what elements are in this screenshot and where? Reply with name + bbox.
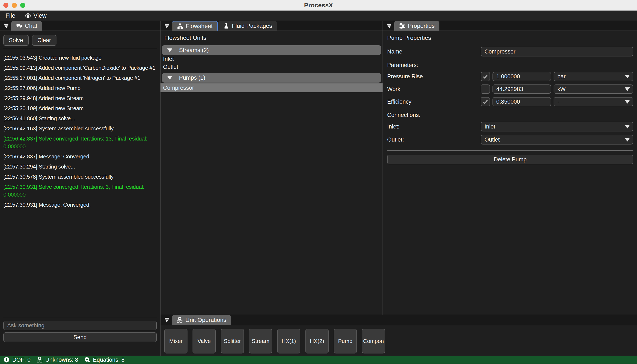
component-button[interactable]: Compon	[362, 328, 385, 354]
delete-pump-button[interactable]: Delete Pump	[387, 154, 633, 164]
menu-file[interactable]: File	[6, 12, 16, 19]
check-icon	[482, 73, 488, 80]
efficiency-row: Efficiency -	[387, 97, 633, 106]
inlet-label: Inlet:	[387, 124, 481, 130]
chat-message: [22:57:30.931] Message: Converged.	[3, 201, 157, 209]
chat-message: [22:55:30.109] Added new Stream	[3, 104, 157, 112]
chat-panel: Chat Solve Clear [22:55:03.543] Created …	[0, 21, 160, 356]
inlet-value: Inlet	[484, 124, 625, 130]
triangle-down-icon	[167, 48, 172, 52]
tab-fluid-packages[interactable]: Fluid Packages	[218, 21, 277, 30]
chat-message: [22:56:41.860] Starting solve...	[3, 114, 157, 122]
chat-footer-separator	[3, 317, 157, 317]
tree-item-compressor[interactable]: Compressor	[160, 84, 382, 92]
main-area: Chat Solve Clear [22:55:03.543] Created …	[0, 21, 637, 356]
collapse-icon	[164, 317, 170, 323]
efficiency-input[interactable]	[492, 97, 551, 106]
collapse-icon	[4, 23, 9, 29]
outlet-dropdown[interactable]: Outlet	[481, 135, 633, 144]
tree-item-inlet[interactable]: Inlet	[160, 55, 382, 63]
dof-status: DOF: 0	[3, 357, 30, 363]
pressure-rise-input[interactable]	[492, 72, 551, 81]
panels-row: Flowsheet Fluid Packages Flowsheet Units	[160, 21, 637, 315]
unknowns-text: Unknowns: 8	[45, 357, 78, 363]
chevron-down-icon	[625, 100, 630, 104]
unit-operations-panel: Unit Operations Mixer Valve Splitter Str…	[160, 315, 637, 356]
delete-separator	[387, 150, 633, 151]
tab-unit-operations[interactable]: Unit Operations	[172, 315, 231, 324]
unit-operations-tabbar: Unit Operations	[160, 315, 637, 325]
efficiency-checkbox[interactable]	[481, 97, 490, 106]
hx2-button[interactable]: HX(2)	[306, 328, 328, 354]
dof-text: DOF: 0	[12, 357, 30, 363]
send-button[interactable]: Send	[3, 332, 157, 342]
close-window-button[interactable]	[3, 3, 8, 8]
window-title: ProcessX	[0, 2, 637, 9]
solve-button[interactable]: Solve	[3, 35, 29, 46]
hx1-button[interactable]: HX(1)	[277, 328, 300, 354]
equations-status: Equations: 8	[84, 357, 124, 363]
tab-fluid-packages-label: Fluid Packages	[232, 22, 272, 29]
chat-message: [22:55:27.006] Added new Pump	[3, 84, 157, 92]
work-unit-dropdown[interactable]: kW	[554, 84, 633, 94]
title-bar: ProcessX	[0, 0, 637, 10]
flowsheet-heading: Flowsheet Units	[160, 31, 382, 43]
flowsheet-panel: Flowsheet Fluid Packages Flowsheet Units	[160, 21, 382, 315]
name-label: Name	[387, 48, 481, 55]
chat-toolbar: Solve Clear	[3, 31, 157, 46]
chat-message: [22:56:42.163] System assembled successf…	[3, 125, 157, 132]
parameters-label: Parameters:	[387, 62, 633, 68]
pumps-section-header[interactable]: Pumps (1)	[162, 73, 381, 82]
pressure-rise-unit-dropdown[interactable]: bar	[554, 72, 633, 81]
chat-tabbar: Chat	[0, 21, 160, 31]
work-input[interactable]	[492, 84, 551, 94]
chat-message: [22:57:30.578] System assembled successf…	[3, 173, 157, 181]
gears-icon	[84, 357, 90, 363]
minimize-window-button[interactable]	[12, 3, 17, 8]
mixer-button[interactable]: Mixer	[164, 328, 188, 354]
tab-properties[interactable]: Properties	[394, 21, 440, 30]
chat-log[interactable]: [22:55:03.543] Created new fluid package…	[3, 51, 157, 315]
chat-message: [22:55:17.001] Added component 'Nitrogen…	[3, 74, 157, 82]
properties-window-menu-button[interactable]	[384, 21, 394, 30]
unit-operations-window-menu-button[interactable]	[162, 315, 172, 324]
tab-chat[interactable]: Chat	[12, 21, 42, 30]
flowsheet-tabbar: Flowsheet Fluid Packages	[160, 21, 382, 31]
app-window: ProcessX File View	[0, 0, 637, 364]
streams-section-header[interactable]: Streams (2)	[162, 45, 381, 55]
tab-flowsheet[interactable]: Flowsheet	[172, 21, 218, 30]
inlet-dropdown[interactable]: Inlet	[481, 122, 633, 132]
chat-window-menu-button[interactable]	[1, 21, 12, 30]
work-checkbox[interactable]	[481, 84, 490, 94]
menu-view[interactable]: View	[25, 12, 46, 19]
tab-chat-label: Chat	[25, 22, 37, 29]
chat-message-success: [22:56:42.837] Solve converged! Iteratio…	[3, 135, 157, 150]
pressure-rise-checkbox[interactable]	[481, 72, 490, 81]
properties-body: Pump Properties Name Parameters: Pressur…	[383, 31, 637, 164]
cubes-icon	[176, 317, 183, 323]
tree-item-outlet[interactable]: Outlet	[160, 63, 382, 71]
zoom-window-button[interactable]	[20, 3, 25, 8]
ask-input[interactable]	[3, 320, 157, 330]
efficiency-unit-dropdown[interactable]: -	[554, 97, 633, 106]
valve-button[interactable]: Valve	[192, 328, 216, 354]
work-row: Work kW	[387, 84, 633, 94]
chevron-down-icon	[625, 138, 630, 142]
unknowns-status: Unknowns: 8	[36, 357, 78, 363]
outlet-value: Outlet	[484, 136, 625, 143]
properties-tabbar: Properties	[383, 21, 637, 31]
name-input[interactable]	[481, 47, 633, 56]
flowsheet-separator	[160, 43, 382, 44]
unit-operations-body: Mixer Valve Splitter Stream HX(1) HX(2) …	[160, 325, 637, 354]
properties-heading: Pump Properties	[387, 31, 633, 43]
stream-button[interactable]: Stream	[249, 328, 272, 354]
equations-text: Equations: 8	[93, 357, 124, 363]
chevron-down-icon	[625, 125, 630, 128]
splitter-button[interactable]: Splitter	[221, 328, 244, 354]
pump-button[interactable]: Pump	[334, 328, 357, 354]
flowsheet-window-menu-button[interactable]	[162, 21, 172, 30]
right-region: Flowsheet Fluid Packages Flowsheet Units	[160, 21, 637, 356]
streams-header-label: Streams (2)	[179, 47, 209, 54]
menu-bar: File View	[0, 10, 637, 21]
clear-button[interactable]: Clear	[32, 35, 57, 46]
